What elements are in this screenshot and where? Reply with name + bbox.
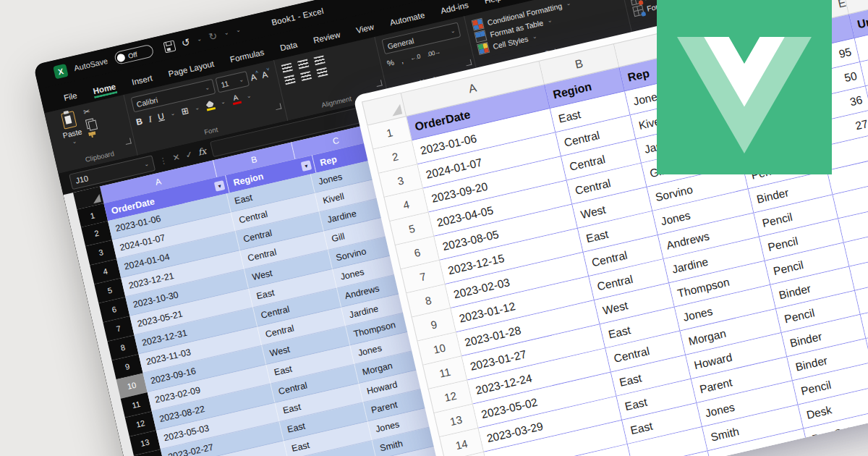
qat-customize-icon[interactable]: ⌄	[235, 27, 241, 33]
toggle-state: Off	[127, 50, 138, 60]
paste-button[interactable]: Paste ⌄	[58, 110, 87, 158]
increase-decimal-icon[interactable]: ←.0	[409, 52, 421, 62]
name-box-chevron-icon: ⌄	[143, 161, 149, 168]
copy-icon[interactable]	[85, 118, 95, 129]
autosave-toggle[interactable]: Off	[114, 44, 155, 66]
shrink-font-icon[interactable]: A˅	[261, 68, 272, 80]
stage: X AutoSave Off ↺ ⌄ ↻ ⌄ ⌄ Book1 - Excel F…	[0, 0, 868, 456]
format-cells-icon	[632, 4, 644, 17]
autosave-label: AutoSave	[73, 56, 109, 72]
formula-bar-dots-icon: ⋮	[158, 155, 169, 166]
underline-chevron-icon[interactable]: ⌄	[170, 111, 176, 117]
cancel-entry-icon[interactable]: ✕	[171, 152, 181, 164]
cs-chevron-icon: ⌄	[532, 33, 537, 40]
number-dialog-launcher-icon[interactable]	[465, 59, 472, 67]
format-painter-icon[interactable]	[88, 131, 97, 138]
decrease-decimal-icon[interactable]: .00→	[426, 48, 441, 58]
cf-chevron-icon: ⌄	[566, 0, 571, 7]
filter-dropdown-icon[interactable]: ▾	[301, 160, 312, 172]
select-all-triangle-icon	[390, 104, 402, 117]
borders-chevron-icon[interactable]: ⌄	[194, 105, 200, 111]
alignment-dialog-launcher-icon[interactable]	[375, 80, 383, 87]
confirm-entry-icon[interactable]: ✓	[184, 149, 194, 161]
underline-button[interactable]: U	[157, 111, 165, 122]
clipboard-dialog-launcher-icon[interactable]	[124, 138, 132, 145]
format-as-table-icon	[474, 30, 487, 43]
font-name-chevron-icon: ⌄	[204, 85, 210, 91]
tab-view[interactable]: View	[354, 21, 376, 38]
name-box-value: J10	[75, 174, 89, 185]
vue-logo-icon	[677, 37, 812, 153]
bold-button[interactable]: B	[135, 117, 143, 127]
tab-data[interactable]: Data	[278, 38, 299, 55]
borders-icon[interactable]: ⊞	[180, 106, 190, 116]
font-size-select[interactable]: 11 ⌄	[215, 71, 250, 93]
conditional-formatting-icon	[472, 18, 485, 31]
font-size-value: 11	[220, 79, 229, 89]
cell-styles-icon	[477, 42, 490, 55]
tab-file[interactable]: File	[62, 89, 80, 105]
percent-style-icon[interactable]: %	[386, 58, 395, 68]
align-right-icon[interactable]	[316, 67, 328, 77]
align-left-icon[interactable]	[284, 75, 296, 85]
paste-chevron-icon: ⌄	[72, 138, 77, 145]
clipboard-icon	[61, 111, 77, 129]
font-name-value: Calibri	[135, 95, 158, 108]
save-icon[interactable]	[163, 40, 176, 53]
fat-chevron-icon: ⌄	[547, 17, 553, 24]
redo-chevron-icon[interactable]: ⌄	[224, 30, 229, 36]
font-color-chevron-icon[interactable]: ⌄	[246, 93, 252, 99]
number-format-chevron-icon: ⌄	[450, 28, 456, 34]
align-top-icon[interactable]	[281, 63, 293, 73]
undo-chevron-icon[interactable]: ⌄	[197, 36, 203, 43]
font-size-chevron-icon: ⌄	[238, 77, 244, 83]
align-middle-icon[interactable]	[297, 59, 309, 69]
fill-chevron-icon[interactable]: ⌄	[220, 99, 226, 106]
header-text: Rep	[319, 154, 338, 168]
number-format-value: General	[386, 35, 414, 50]
fill-color-bar	[206, 106, 215, 111]
insert-function-icon[interactable]: fx	[197, 145, 208, 157]
vue-logo-badge	[657, 0, 832, 174]
align-bottom-icon[interactable]	[314, 55, 326, 65]
excel-app-icon[interactable]: X	[53, 64, 69, 80]
comma-style-icon[interactable]: ,	[400, 56, 404, 64]
filter-dropdown-icon[interactable]: ▾	[214, 180, 226, 192]
align-center-icon[interactable]	[300, 71, 312, 81]
font-color-letter: A	[232, 94, 239, 102]
redo-icon[interactable]: ↻	[208, 30, 218, 42]
undo-icon[interactable]: ↺	[181, 37, 192, 48]
window-title: Book1 - Excel	[271, 7, 324, 27]
tab-home[interactable]: Home	[91, 80, 118, 98]
cut-icon[interactable]: ✂	[82, 107, 90, 117]
font-color-button[interactable]: A	[231, 93, 242, 105]
tab-insert[interactable]: Insert	[130, 72, 155, 89]
grow-font-icon[interactable]: A˄	[250, 71, 260, 83]
italic-button[interactable]: I	[148, 114, 153, 124]
toggle-knob	[116, 53, 125, 62]
font-dialog-launcher-icon[interactable]	[275, 104, 282, 111]
fill-color-button[interactable]	[205, 100, 216, 111]
select-all-triangle-icon	[92, 194, 101, 203]
